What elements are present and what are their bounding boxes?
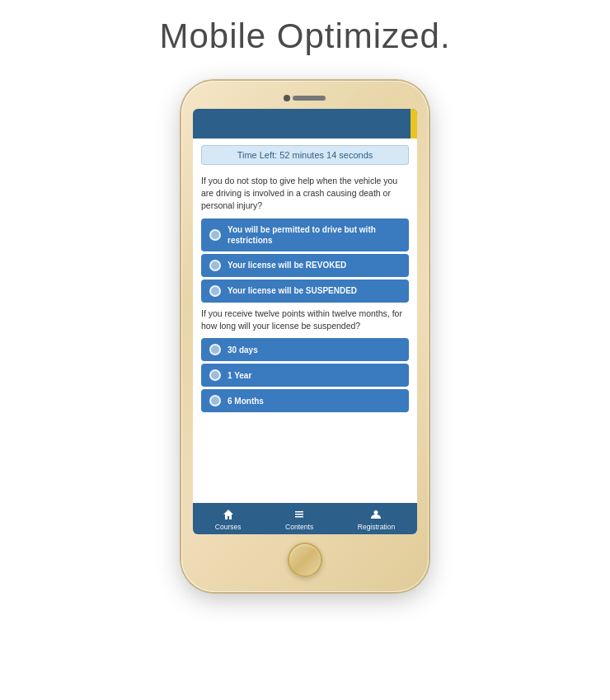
radio-1b	[209, 260, 221, 271]
answer-label-1c: Your license will be SUSPENDED	[228, 285, 357, 296]
user-icon	[369, 508, 382, 521]
radio-1c	[209, 285, 221, 297]
home-icon	[222, 508, 235, 521]
svg-rect-1	[295, 514, 303, 515]
nav-registration[interactable]: Registration	[358, 508, 395, 531]
radio-1a	[209, 229, 221, 241]
answer-label-1a: You will be permitted to drive but with …	[228, 224, 401, 246]
phone-camera	[284, 95, 290, 101]
answer-label-2b: 1 Year	[228, 370, 251, 381]
answer-option-1c[interactable]: Your license will be SUSPENDED	[201, 280, 409, 303]
nav-contents[interactable]: Contents	[285, 508, 313, 531]
svg-rect-2	[295, 516, 303, 518]
radio-2c	[209, 395, 221, 406]
svg-rect-0	[295, 511, 303, 513]
radio-2a	[209, 344, 221, 355]
phone-top-bar	[193, 96, 417, 101]
answer-option-2c[interactable]: 6 Months	[201, 389, 409, 412]
phone-screen: Time Left: 52 minutes 14 seconds If you …	[193, 109, 417, 534]
nav-courses-label: Courses	[215, 523, 242, 531]
answer-option-2b[interactable]: 1 Year	[201, 364, 409, 387]
answer-label-2c: 6 Months	[228, 396, 264, 406]
question-1-section: If you do not stop to give help when the…	[201, 175, 409, 303]
screen-header-accent	[411, 109, 417, 139]
answer-label-2a: 30 days	[228, 345, 258, 355]
nav-contents-label: Contents	[285, 523, 313, 531]
answer-option-2a[interactable]: 30 days	[201, 338, 409, 361]
bottom-nav: Courses Contents	[193, 503, 417, 534]
radio-2b	[209, 369, 221, 381]
home-button[interactable]	[288, 543, 322, 577]
nav-courses[interactable]: Courses	[215, 508, 242, 531]
svg-point-3	[374, 510, 378, 514]
phone-bottom-area	[193, 543, 417, 577]
answer-option-1b[interactable]: Your license will be REVOKED	[201, 254, 409, 277]
screen-header	[193, 109, 417, 139]
question-2-text: If you receive twelve points within twel…	[201, 308, 409, 332]
screen-content: If you do not stop to give help when the…	[193, 171, 417, 503]
question-2-section: If you receive twelve points within twel…	[201, 308, 409, 412]
answer-option-1a[interactable]: You will be permitted to drive but with …	[201, 218, 409, 251]
page-title: Mobile Optimized.	[159, 16, 450, 56]
nav-registration-label: Registration	[358, 523, 395, 531]
phone-speaker	[293, 96, 326, 101]
phone-shell: Time Left: 52 minutes 14 seconds If you …	[181, 81, 429, 592]
question-1-text: If you do not stop to give help when the…	[201, 175, 409, 213]
timer-bar: Time Left: 52 minutes 14 seconds	[201, 145, 409, 165]
list-icon	[293, 508, 306, 521]
answer-label-1b: Your license will be REVOKED	[228, 260, 346, 270]
